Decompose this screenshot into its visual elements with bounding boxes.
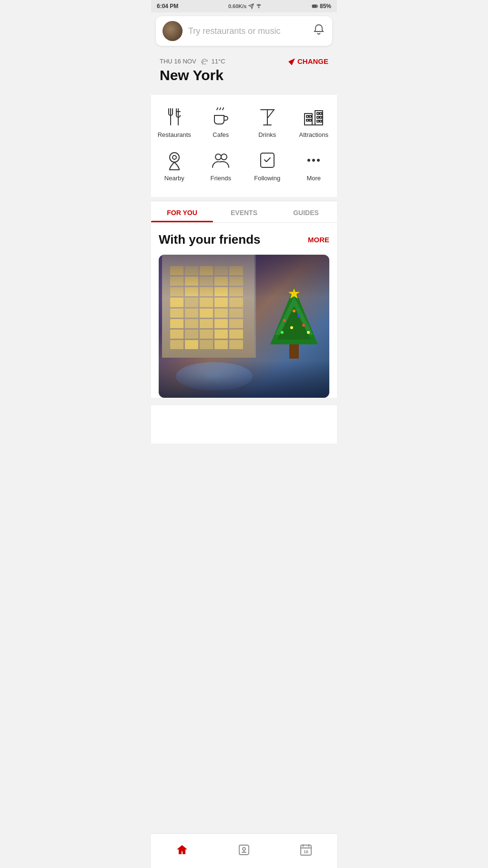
category-following[interactable]: Following (246, 146, 289, 186)
tab-for-you[interactable]: FOR YOU (151, 201, 213, 222)
rockefeller-image (159, 255, 329, 398)
weather-info: 11°C (201, 58, 225, 65)
date-weather-row: THU 16 NOV 11°C CHANGE (160, 57, 328, 65)
for-you-section: With your friends MORE (151, 223, 337, 398)
svg-rect-20 (320, 120, 322, 122)
cocktail-icon (257, 106, 278, 127)
svg-point-28 (312, 159, 315, 162)
section-header: With your friends MORE (159, 232, 329, 247)
search-input[interactable]: Try restaurants or music (188, 26, 306, 36)
svg-point-38 (281, 331, 284, 334)
status-time: 6:04 PM (157, 3, 178, 10)
friends-icon (210, 150, 231, 171)
buildings-icon (303, 106, 324, 127)
fork-knife-icon (164, 106, 185, 127)
tab-events[interactable]: EVENTS (213, 201, 275, 222)
svg-point-35 (297, 314, 300, 317)
date-label: THU 16 NOV (160, 58, 196, 65)
svg-point-29 (317, 159, 320, 162)
svg-rect-18 (320, 116, 322, 118)
svg-rect-15 (317, 113, 319, 114)
category-nearby[interactable]: Nearby (153, 146, 196, 186)
svg-point-37 (302, 324, 305, 327)
friends-label: Friends (211, 175, 231, 182)
drinks-label: Drinks (258, 131, 276, 138)
category-drinks[interactable]: Drinks (246, 103, 289, 142)
more-link[interactable]: MORE (308, 236, 329, 244)
location-pin-icon (164, 150, 185, 171)
temperature-label: 11°C (212, 58, 225, 65)
following-label: Following (254, 175, 280, 182)
svg-point-34 (283, 319, 286, 322)
tab-guides[interactable]: GUIDES (275, 201, 337, 222)
category-row-1: Restaurants Cafes Drinks (151, 103, 337, 142)
tabs-section: FOR YOU EVENTS GUIDES (151, 201, 337, 223)
svg-rect-12 (309, 115, 311, 117)
featured-image-card[interactable] (159, 255, 329, 398)
following-icon (257, 150, 278, 171)
category-attractions[interactable]: Attractions (292, 103, 335, 142)
svg-marker-4 (288, 58, 295, 65)
category-friends[interactable]: Friends (199, 146, 242, 186)
more-icon (303, 150, 324, 171)
svg-point-24 (215, 154, 221, 160)
status-battery: 85% (312, 3, 331, 10)
section-title: With your friends (159, 232, 261, 247)
svg-point-36 (290, 326, 293, 329)
svg-point-40 (293, 310, 295, 312)
attractions-label: Attractions (299, 131, 328, 138)
tabs-row: FOR YOU EVENTS GUIDES (151, 201, 337, 223)
location-section: THU 16 NOV 11°C CHANGE New York (151, 50, 337, 95)
city-name: New York (160, 67, 328, 83)
category-cafes[interactable]: Cafes (199, 103, 242, 142)
nearby-label: Nearby (164, 175, 184, 182)
more-label: More (306, 175, 321, 182)
coffee-icon (210, 106, 231, 127)
search-bar[interactable]: Try restaurants or music (156, 16, 332, 46)
cafes-label: Cafes (213, 131, 229, 138)
svg-rect-19 (317, 120, 319, 122)
status-network: 0.60K/s (228, 3, 262, 9)
status-bar: 6:04 PM 0.60K/s 85% (151, 0, 337, 12)
svg-rect-17 (317, 116, 319, 118)
svg-point-22 (170, 153, 179, 162)
category-restaurants[interactable]: Restaurants (153, 103, 196, 142)
notification-bell-icon[interactable] (312, 23, 325, 39)
svg-rect-11 (306, 115, 308, 117)
svg-rect-16 (320, 113, 322, 114)
svg-rect-13 (306, 119, 308, 121)
svg-point-27 (307, 159, 310, 162)
svg-point-25 (221, 154, 227, 160)
svg-rect-33 (289, 344, 299, 359)
svg-rect-3 (313, 5, 316, 8)
category-grid: Restaurants Cafes Drinks (151, 95, 337, 197)
change-location-button[interactable]: CHANGE (287, 57, 328, 65)
svg-point-39 (307, 331, 310, 334)
avatar[interactable] (163, 21, 183, 41)
svg-rect-14 (309, 119, 311, 121)
category-more[interactable]: More (292, 146, 335, 186)
restaurants-label: Restaurants (158, 131, 191, 138)
svg-point-23 (173, 155, 176, 159)
category-row-2: Nearby Friends Following (151, 146, 337, 186)
